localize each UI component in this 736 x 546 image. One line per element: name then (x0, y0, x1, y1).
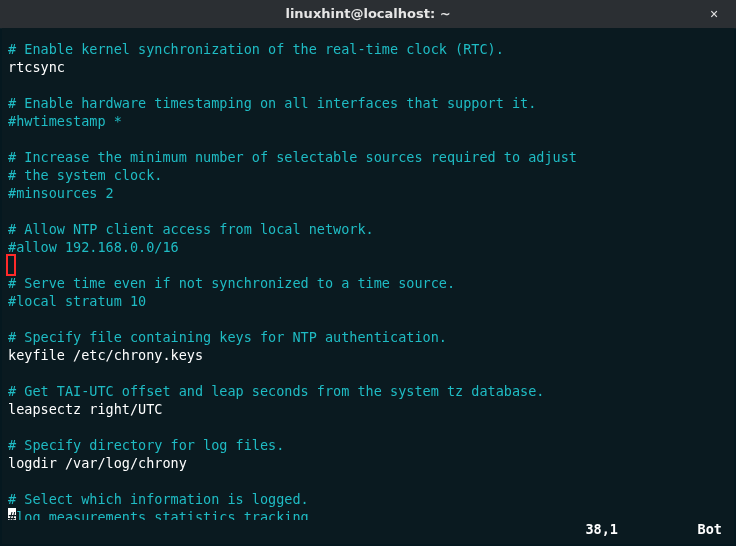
editor-line: #minsources 2 (8, 184, 728, 202)
vim-status-bar: 38,1 Bot (8, 520, 728, 538)
editor-line (8, 310, 728, 328)
editor-line: # Get TAI-UTC offset and leap seconds fr… (8, 382, 728, 400)
editor-line: # the system clock. (8, 166, 728, 184)
editor-line: # Specify file containing keys for NTP a… (8, 328, 728, 346)
editor-line: # Enable hardware timestamping on all in… (8, 94, 728, 112)
editor-line: # Select which information is logged. (8, 490, 728, 508)
editor-line (8, 418, 728, 436)
editor-line: logdir /var/log/chrony (8, 454, 728, 472)
editor-content: # Enable kernel synchronization of the r… (8, 40, 728, 526)
editor-line: # Specify directory for log files. (8, 436, 728, 454)
cursor-position: 38,1 (585, 520, 618, 538)
editor-line (8, 256, 728, 274)
scroll-indicator: Bot (698, 520, 722, 538)
editor-line (8, 202, 728, 220)
editor-line: rtcsync (8, 58, 728, 76)
editor-line: # Allow NTP client access from local net… (8, 220, 728, 238)
editor-line: #hwtimestamp * (8, 112, 728, 130)
editor-line: # Enable kernel synchronization of the r… (8, 40, 728, 58)
close-icon[interactable]: × (700, 0, 728, 28)
editor-line (8, 130, 728, 148)
editor-line: #allow 192.168.0.0/16 (8, 238, 728, 256)
editor-line (8, 472, 728, 490)
editor-line: leapsectz right/UTC (8, 400, 728, 418)
editor-line: # Increase the minimum number of selecta… (8, 148, 728, 166)
editor-line (8, 76, 728, 94)
editor-line: # Serve time even if not synchronized to… (8, 274, 728, 292)
terminal-viewport[interactable]: # Enable kernel synchronization of the r… (2, 28, 734, 544)
window-titlebar: linuxhint@localhost: ~ × (0, 0, 736, 29)
window-title: linuxhint@localhost: ~ (285, 5, 450, 23)
editor-line (8, 364, 728, 382)
editor-line: keyfile /etc/chrony.keys (8, 346, 728, 364)
editor-line: #local stratum 10 (8, 292, 728, 310)
